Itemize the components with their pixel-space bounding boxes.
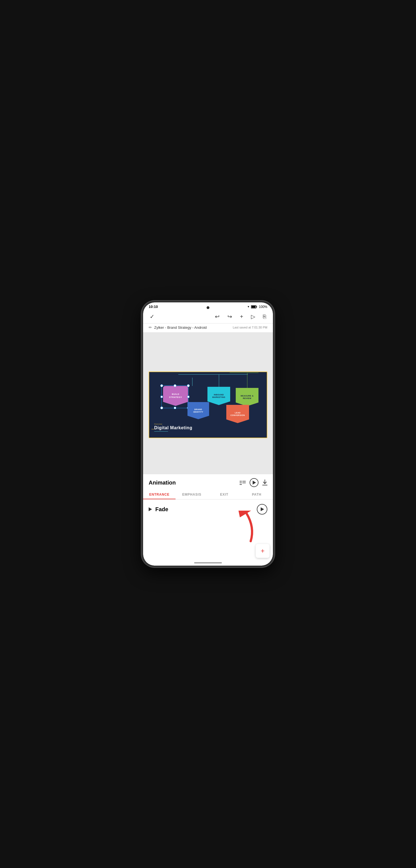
fade-label: Fade xyxy=(155,506,168,513)
selection-overlay xyxy=(162,385,188,408)
play-icon[interactable]: ▷ xyxy=(250,312,256,321)
fade-play-triangle-icon xyxy=(261,507,264,511)
side-button xyxy=(274,358,275,375)
home-bar xyxy=(194,562,222,563)
canvas-area: BUILDSTRATEGY xyxy=(143,333,273,474)
redo-icon[interactable]: ↪ xyxy=(226,312,233,321)
inbound-marketing-shape: INBOUNDMARKETING xyxy=(207,387,230,405)
animation-tabs: ENTRANCE EMPHASIS EXIT PATH xyxy=(143,490,273,499)
lead-conversion-shape: LEADCONVERSION xyxy=(226,405,249,423)
battery-percentage: 100% xyxy=(259,305,267,309)
measure-review-shape: MEASURE &REVIEW xyxy=(236,388,258,406)
camera-notch xyxy=(207,306,209,309)
phone-screen: 10:10 ▾ 100% ✓ ↩ ↪ + ▷ ⎘ xyxy=(143,302,273,566)
measure-line xyxy=(247,373,247,388)
handle-top-right xyxy=(187,384,190,387)
brand-identity-shape: BRANDIDENTITY xyxy=(187,402,209,419)
share-icon[interactable]: ⎘ xyxy=(262,312,267,321)
animation-title: Animation xyxy=(149,479,176,486)
tab-emphasis[interactable]: EMPHASIS xyxy=(176,490,208,499)
brand-identity-element[interactable]: BRANDIDENTITY xyxy=(187,402,209,419)
red-arrow-icon xyxy=(231,510,259,544)
wifi-icon: ▾ xyxy=(248,305,249,309)
handle-bottom-mid xyxy=(174,407,176,409)
tab-path[interactable]: PATH xyxy=(240,490,273,499)
doc-title-wrap: ✏ Zylker - Brand Strategy - Android xyxy=(149,325,207,330)
doc-saved-time: Last saved at 7:01:30 PM xyxy=(233,326,267,329)
red-arrow-container xyxy=(143,519,273,544)
doc-header: ✏ Zylker - Brand Strategy - Android Last… xyxy=(143,323,273,333)
handle-left-mid xyxy=(161,396,163,398)
overview-text: Overview Digital Marketing xyxy=(154,423,192,432)
animation-list-icon[interactable] xyxy=(240,480,246,485)
svg-rect-2 xyxy=(251,306,256,308)
measure-review-element[interactable]: MEASURE &REVIEW xyxy=(236,373,258,406)
home-indicator xyxy=(143,560,273,566)
fab-area: + xyxy=(143,544,273,560)
tab-exit[interactable]: EXIT xyxy=(208,490,240,499)
slide-canvas[interactable]: BUILDSTRATEGY xyxy=(149,372,267,438)
inbound-line xyxy=(219,374,219,387)
download-icon[interactable] xyxy=(263,479,267,486)
overview-title: Digital Marketing xyxy=(154,425,192,430)
build-strategy-line xyxy=(192,378,193,386)
overview-underline xyxy=(154,431,168,432)
animation-header: Animation xyxy=(143,474,273,490)
fab-plus-icon: + xyxy=(261,547,265,555)
toolbar-actions: ↩ ↪ + ▷ ⎘ xyxy=(214,312,267,321)
check-icon[interactable]: ✓ xyxy=(149,312,155,321)
handle-top-center xyxy=(174,384,176,387)
add-icon[interactable]: + xyxy=(239,312,244,321)
animation-play-button[interactable] xyxy=(250,478,258,487)
expand-arrow-icon xyxy=(149,507,152,511)
play-triangle-icon xyxy=(253,480,256,485)
animation-panel: Animation xyxy=(143,474,273,566)
tab-entrance[interactable]: ENTRANCE xyxy=(143,490,176,499)
slide-inner: BUILDSTRATEGY xyxy=(149,372,267,438)
overview-label: Overview xyxy=(154,423,192,425)
status-time: 10:10 xyxy=(149,305,158,309)
handle-right-mid xyxy=(187,396,189,398)
animation-controls xyxy=(240,478,267,487)
inbound-marketing-element[interactable]: INBOUNDMARKETING xyxy=(207,374,230,405)
lead-conversion-element[interactable]: LEADCONVERSION xyxy=(226,405,249,423)
add-animation-fab[interactable]: + xyxy=(256,544,270,558)
toolbar: ✓ ↩ ↪ + ▷ ⎘ xyxy=(143,310,273,323)
handle-bottom-left xyxy=(160,406,163,409)
phone-frame: 10:10 ▾ 100% ✓ ↩ ↪ + ▷ ⎘ xyxy=(141,301,275,567)
fade-left: Fade xyxy=(149,506,168,513)
handle-top-left xyxy=(160,384,163,387)
edit-icon[interactable]: ✏ xyxy=(149,325,152,330)
doc-title: Zylker - Brand Strategy - Android xyxy=(154,326,207,330)
status-icons: ▾ 100% xyxy=(248,305,267,309)
svg-rect-1 xyxy=(256,306,257,307)
battery-icon xyxy=(251,305,257,309)
undo-icon[interactable]: ↩ xyxy=(214,312,221,321)
